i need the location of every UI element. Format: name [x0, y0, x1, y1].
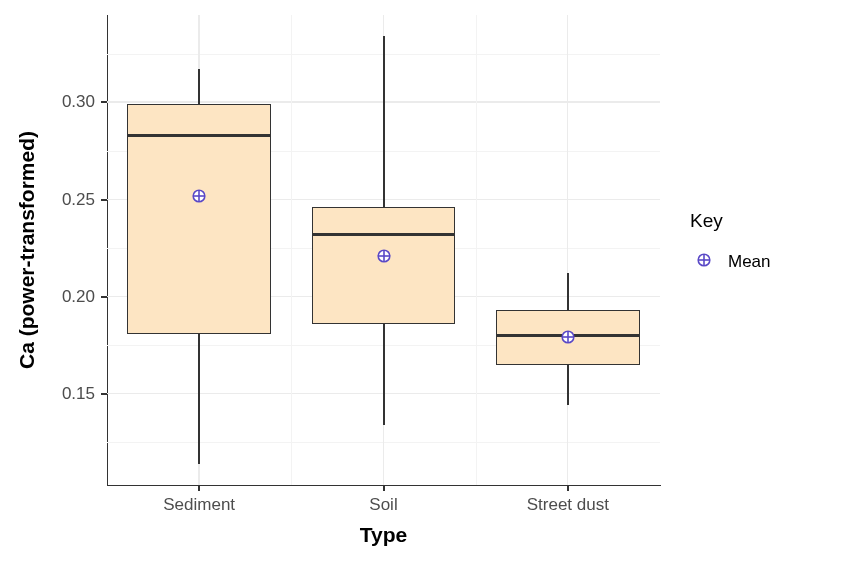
- tick-mark-x: [383, 485, 385, 491]
- tick-label-x: Sediment: [163, 495, 235, 515]
- crosshair-circle-icon: [377, 249, 391, 263]
- mean-point: [561, 330, 575, 348]
- whisker-lower: [198, 334, 200, 464]
- gridline-v: [567, 15, 569, 485]
- whisker-upper: [198, 69, 200, 104]
- tick-label-x: Soil: [369, 495, 397, 515]
- tick-mark-y: [101, 101, 107, 103]
- whisker-lower: [567, 365, 569, 406]
- legend-key: [690, 248, 718, 276]
- tick-mark-y: [101, 296, 107, 298]
- tick-mark-y: [101, 199, 107, 201]
- crosshair-circle-icon: [561, 330, 575, 344]
- median-line: [312, 233, 456, 236]
- legend-label: Mean: [728, 252, 771, 272]
- tick-label-y: 0.15: [0, 384, 95, 404]
- tick-label-y: 0.30: [0, 92, 95, 112]
- crosshair-circle-icon: [697, 253, 711, 267]
- gridline-v-minor: [476, 15, 477, 485]
- box: [127, 104, 271, 333]
- axis-title-x: Type: [360, 523, 407, 547]
- whisker-upper: [383, 36, 385, 207]
- whisker-upper: [567, 273, 569, 310]
- tick-mark-y: [101, 393, 107, 395]
- whisker-lower: [383, 324, 385, 425]
- crosshair-circle-icon: [192, 189, 206, 203]
- mean-point: [192, 189, 206, 207]
- legend-title: Key: [690, 210, 723, 232]
- chart-root: 0.150.200.250.30SedimentSoilStreet dustC…: [0, 0, 864, 576]
- gridline-v-minor: [291, 15, 292, 485]
- axis-title-y: Ca (power-transformed): [15, 131, 39, 369]
- tick-mark-x: [198, 485, 200, 491]
- median-line: [127, 134, 271, 137]
- tick-label-x: Street dust: [527, 495, 609, 515]
- tick-mark-x: [567, 485, 569, 491]
- mean-point: [377, 249, 391, 267]
